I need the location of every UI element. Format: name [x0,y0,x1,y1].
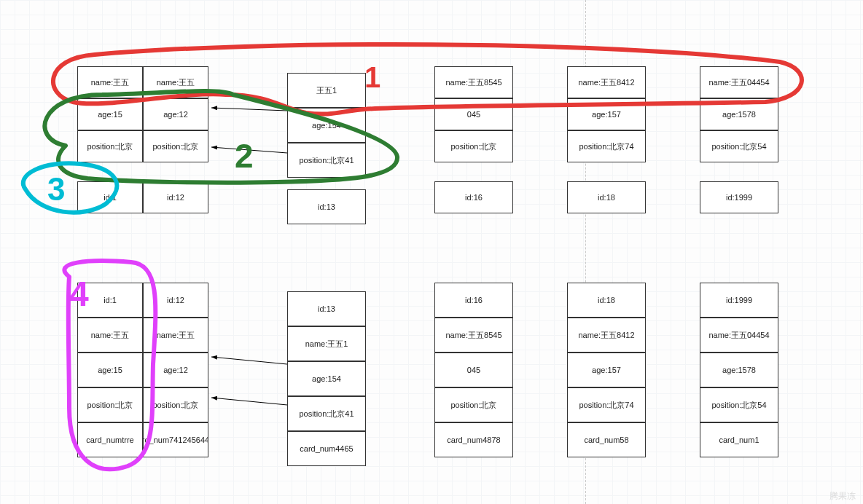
b1-card: card_numtrre [77,422,143,457]
b3-card: card_num4465 [287,431,366,466]
a6-id: id:1999 [700,181,778,213]
b3-age: age:154 [287,361,366,396]
svg-line-2 [211,357,287,364]
b4-position: position:北京 [434,387,513,422]
a4-position: position:北京 [434,130,513,162]
a4-name: name:王五8545 [434,66,513,98]
a3-position: position:北京41 [287,143,366,178]
b5-card: card_num58 [567,422,646,457]
a2-id: id:12 [143,181,208,213]
b2-name: name:王五 [143,318,208,353]
a5-position: position:北京74 [567,130,646,162]
svg-line-3 [211,398,287,405]
svg-line-1 [211,147,287,153]
b4-age: 045 [434,353,513,387]
b4-card: card_num4878 [434,422,513,457]
a2-position: position:北京 [143,130,208,162]
label-3: 3 [47,171,65,207]
diagram-canvas: { "group_a": { "col1": {"name":"name:王五"… [0,0,863,504]
b3-id: id:13 [287,291,366,326]
a4-id: id:16 [434,181,513,213]
a2-name: name:王五 [143,66,208,98]
a6-name: name:王五04454 [700,66,778,98]
b6-age: age:1578 [700,353,778,387]
b4-id: id:16 [434,283,513,318]
b5-name: name:王五8412 [567,318,646,353]
b3-position: position:北京41 [287,396,366,431]
b6-card: card_num1 [700,422,778,457]
b2-id: id:12 [143,283,208,318]
b2-card: ard_num7412456448 [143,422,208,457]
a2-age: age:12 [143,98,208,130]
a5-id: id:18 [567,181,646,213]
a1-name: name:王五 [77,66,143,98]
a1-age: age:15 [77,98,143,130]
b5-age: age:157 [567,353,646,387]
b5-id: id:18 [567,283,646,318]
b6-name: name:王五04454 [700,318,778,353]
b1-position: position:北京 [77,387,143,422]
b1-id: id:1 [77,283,143,318]
a1-id: id:1 [77,181,143,213]
a3-age: age:154 [287,108,366,143]
label-2: 2 [235,137,254,175]
b4-name: name:王五8545 [434,318,513,353]
b2-position: position:北京 [143,387,208,422]
a5-name: name:王五8412 [567,66,646,98]
a3-name: 王五1 [287,73,366,108]
label-1: 1 [364,61,380,93]
a1-position: position:北京 [77,130,143,162]
watermark: 腾果冻 [829,490,856,503]
a6-position: position:北京54 [700,130,778,162]
b5-position: position:北京74 [567,387,646,422]
a3-id: id:13 [287,189,366,224]
b6-id: id:1999 [700,283,778,318]
a6-age: age:1578 [700,98,778,130]
a4-age: 045 [434,98,513,130]
b1-age: age:15 [77,353,143,387]
b3-name: name:王五1 [287,326,366,361]
b2-age: age:12 [143,353,208,387]
a5-age: age:157 [567,98,646,130]
b6-position: position:北京54 [700,387,778,422]
b1-name: name:王五 [77,318,143,353]
svg-line-0 [211,108,287,111]
